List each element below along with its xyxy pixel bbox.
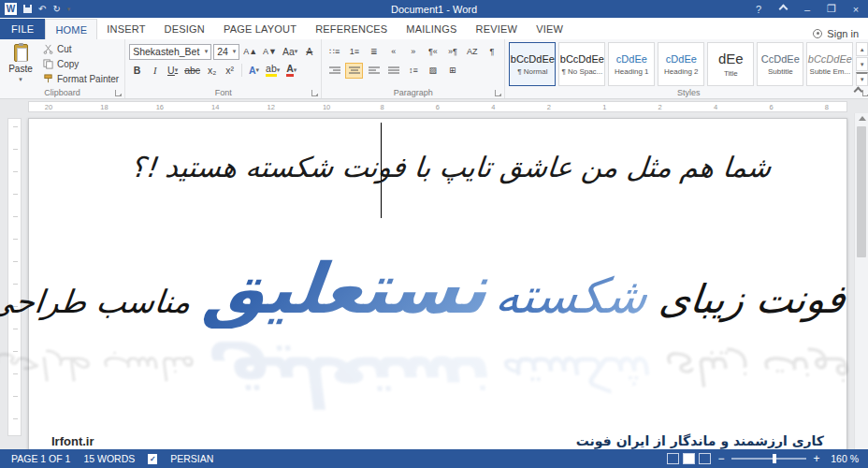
styles-scroll-down-icon[interactable]: ▼ xyxy=(856,57,868,71)
align-left-button[interactable] xyxy=(365,63,383,79)
superscript-button[interactable]: x² xyxy=(222,63,238,79)
styles-scroll-up-icon[interactable]: ▲ xyxy=(856,42,868,56)
scroll-up-icon[interactable] xyxy=(859,116,866,121)
tab-references[interactable]: REFERENCES xyxy=(306,19,397,39)
font-name-combo[interactable]: Shekasteh_Bet ▾ xyxy=(129,44,211,60)
scissors-icon xyxy=(43,44,53,54)
reflection-nastaliq: نستعلیق xyxy=(200,342,493,422)
font-color-button[interactable]: A▾ xyxy=(283,63,299,79)
clipboard-dialog-launcher[interactable] xyxy=(115,90,122,96)
style-heading-1[interactable]: cDdEe Heading 1 xyxy=(608,42,655,86)
shading-button[interactable]: ▨ xyxy=(424,63,441,79)
align-right-button[interactable] xyxy=(326,63,343,79)
italic-button[interactable]: I xyxy=(147,63,163,79)
headline-shekasteh: شکسته xyxy=(492,268,651,324)
style-subtitle[interactable]: CcDdEe Subtitle xyxy=(757,42,803,86)
style-title[interactable]: dEe Title xyxy=(707,42,754,86)
increase-indent-button[interactable]: » xyxy=(404,44,422,60)
change-case-button[interactable]: Aa▾ xyxy=(281,44,299,60)
style-preview: dEe xyxy=(718,51,744,66)
customize-qat-icon[interactable]: ▾ xyxy=(67,6,71,13)
format-painter-button[interactable]: Format Painter xyxy=(41,72,121,86)
redo-icon[interactable]: ↻ xyxy=(52,4,60,14)
justify-button[interactable] xyxy=(384,63,402,79)
language-indicator[interactable]: PERSIAN xyxy=(165,449,219,468)
borders-button[interactable]: ⊞ xyxy=(443,63,461,79)
zoom-slider-thumb[interactable] xyxy=(773,454,776,463)
tab-mailings[interactable]: MAILINGS xyxy=(397,19,466,39)
zoom-level[interactable]: 160 % xyxy=(827,453,862,464)
font-separator xyxy=(241,64,242,77)
document-page[interactable]: شما هم مثل من عاشق تایپ با فونت شکسته هس… xyxy=(28,118,847,449)
strikethrough-button[interactable]: abc xyxy=(182,63,202,79)
underline-button[interactable]: U▾ xyxy=(165,63,181,79)
sort-button[interactable]: AZ xyxy=(463,44,481,60)
ltr-direction-button[interactable]: »¶ xyxy=(443,44,461,60)
decrease-indent-button[interactable]: « xyxy=(384,44,402,60)
ruler-number: 4 xyxy=(711,103,720,111)
rtl-direction-button[interactable]: ¶« xyxy=(424,44,441,60)
subscript-button[interactable]: x₂ xyxy=(204,63,220,79)
font-dialog-launcher[interactable] xyxy=(311,90,318,96)
bullets-button[interactable]: ∷≡ xyxy=(326,44,343,60)
read-mode-icon[interactable] xyxy=(667,453,679,464)
undo-icon[interactable]: ↶ xyxy=(38,4,46,14)
font-size-combo[interactable]: 24 ▾ xyxy=(213,44,239,60)
highlight-icon: ab xyxy=(266,64,277,77)
vertical-scrollbar[interactable] xyxy=(854,113,868,449)
style-subtle-emphasis[interactable]: bCcDdEe Subtle Em... xyxy=(806,42,853,86)
sign-in-label: Sign in xyxy=(827,28,859,39)
clear-formatting-button[interactable]: A xyxy=(301,44,317,60)
style-no-spacing[interactable]: bCcDdEe ¶ No Spac... xyxy=(558,42,605,86)
help-button[interactable]: ? xyxy=(746,0,771,18)
style-preview: cDdEe xyxy=(616,53,647,65)
style-heading-2[interactable]: cDdEe Heading 2 xyxy=(658,42,704,86)
web-layout-icon[interactable] xyxy=(699,453,711,464)
text-effects-button[interactable]: A▾ xyxy=(246,63,262,79)
tab-review[interactable]: REVIEW xyxy=(467,19,528,39)
minimize-button[interactable]: – xyxy=(795,0,819,18)
paragraph-dialog-launcher[interactable] xyxy=(495,90,501,96)
style-name: Title xyxy=(724,69,738,78)
scrollbar-thumb[interactable] xyxy=(857,126,866,257)
zoom-slider[interactable] xyxy=(731,458,806,460)
zoom-in-button[interactable]: + xyxy=(810,452,823,465)
show-paragraph-marks-button[interactable]: ¶ xyxy=(483,44,500,60)
tab-design[interactable]: DESIGN xyxy=(155,19,214,39)
tab-view[interactable]: VIEW xyxy=(527,19,572,39)
tab-insert[interactable]: INSERT xyxy=(97,19,154,39)
sign-in[interactable]: Sign in xyxy=(813,28,868,39)
font-color-dropdown-icon: ▾ xyxy=(294,66,297,74)
multilevel-list-button[interactable]: ≣ xyxy=(365,44,383,60)
horizontal-ruler[interactable]: 20 18 16 14 12 10 8 6 4 2 1 2 4 6 8 xyxy=(0,99,868,113)
text-highlight-button[interactable]: ab▾ xyxy=(264,63,282,79)
bold-button[interactable]: B xyxy=(129,63,145,79)
paste-button[interactable]: Paste ▾ xyxy=(4,42,37,85)
spellcheck-status[interactable]: ✓ xyxy=(142,449,163,468)
tab-page-layout[interactable]: PAGE LAYOUT xyxy=(214,19,306,39)
align-right-icon xyxy=(329,66,340,75)
cut-button[interactable]: Cut xyxy=(41,42,121,56)
footer-site-name: Irfont.ir xyxy=(51,434,94,448)
style-normal[interactable]: bCcDdEe ¶ Normal xyxy=(509,42,556,86)
styles-more-icon[interactable]: ▼ xyxy=(856,72,868,86)
styles-dialog-launcher[interactable] xyxy=(862,90,868,96)
tab-file[interactable]: FILE xyxy=(0,19,45,39)
ribbon-display-button[interactable] xyxy=(771,0,795,18)
word-window: W ↶ ↻ ▾ Document1 - Word ? – ❐ × FILE HO… xyxy=(0,0,868,468)
maximize-button[interactable]: ❐ xyxy=(819,0,844,18)
copy-button[interactable]: Copy xyxy=(41,57,121,71)
close-button[interactable]: × xyxy=(844,0,868,18)
numbering-button[interactable]: 1≡ xyxy=(345,44,363,60)
line-spacing-button[interactable]: ↕≡ xyxy=(404,63,422,79)
tab-home[interactable]: HOME xyxy=(45,19,97,39)
align-center-button[interactable] xyxy=(345,63,363,79)
save-icon[interactable] xyxy=(23,5,32,13)
grow-font-button[interactable]: A▲ xyxy=(241,44,259,60)
shrink-font-button[interactable]: A▼ xyxy=(261,44,279,60)
print-layout-icon[interactable] xyxy=(683,453,695,464)
page-indicator[interactable]: PAGE 1 OF 1 xyxy=(6,449,76,468)
paste-dropdown-icon: ▾ xyxy=(19,76,22,83)
zoom-out-button[interactable]: − xyxy=(715,452,728,465)
word-count[interactable]: 15 WORDS xyxy=(78,449,140,468)
